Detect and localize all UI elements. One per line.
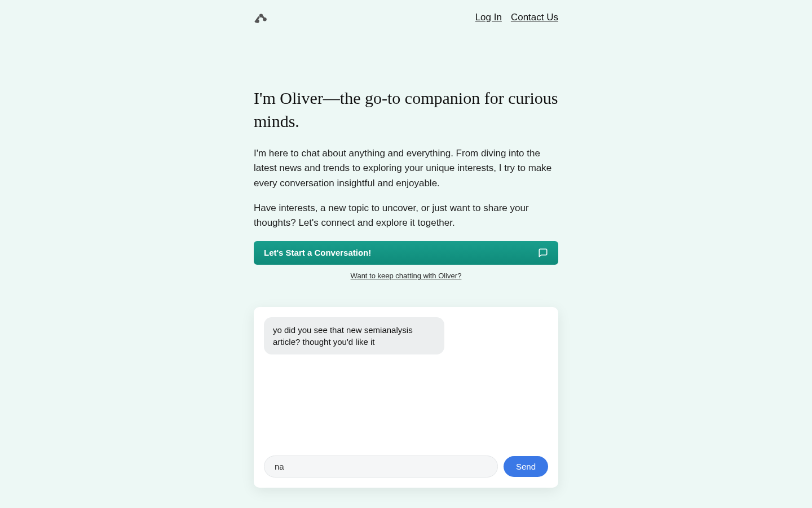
hero-paragraph-2: Have interests, a new topic to uncover, …: [254, 201, 558, 231]
chat-input[interactable]: [264, 456, 498, 478]
chat-card: yo did you see that new semianalysis art…: [254, 307, 558, 488]
keep-chatting-link[interactable]: Want to keep chatting with Oliver?: [254, 271, 558, 280]
hero-title: I'm Oliver—the go-to companion for curio…: [254, 87, 558, 133]
login-link[interactable]: Log In: [475, 12, 502, 23]
hero-paragraph-1: I'm here to chat about anything and ever…: [254, 146, 558, 191]
message-bubble: yo did you see that new semianalysis art…: [264, 317, 444, 354]
network-icon: [254, 10, 268, 25]
send-button[interactable]: Send: [504, 456, 548, 477]
logo: [254, 10, 268, 25]
cta-label: Let's Start a Conversation!: [264, 248, 371, 257]
contact-link[interactable]: Contact Us: [511, 12, 558, 23]
start-conversation-button[interactable]: Let's Start a Conversation!: [254, 241, 558, 265]
chat-icon: [538, 248, 548, 258]
messages-area: yo did you see that new semianalysis art…: [264, 317, 548, 456]
